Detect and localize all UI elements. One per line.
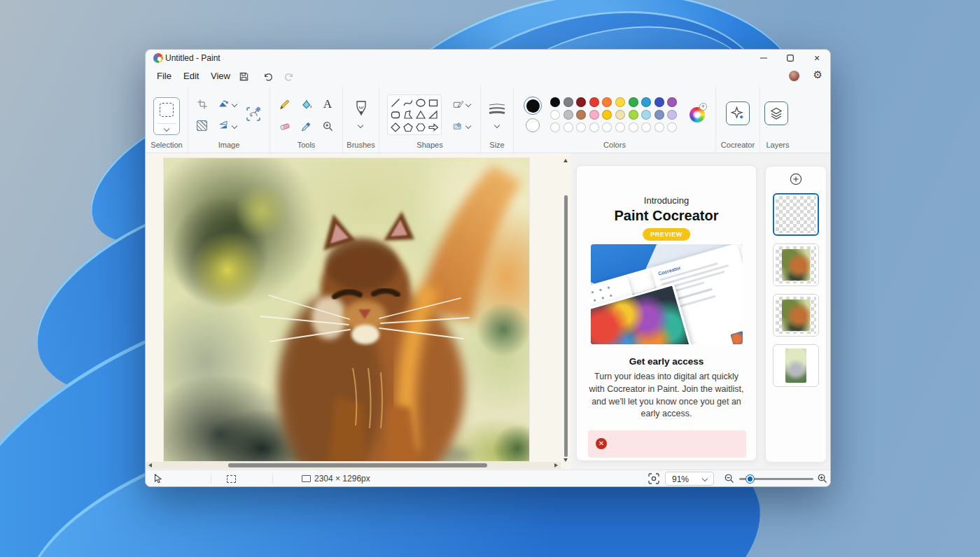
brushes-button[interactable] (354, 100, 368, 118)
color-swatch[interactable] (602, 110, 612, 120)
color-swatch[interactable] (629, 97, 638, 107)
shape-arrow[interactable] (428, 122, 439, 133)
color-swatch[interactable] (667, 110, 677, 120)
menu-edit[interactable]: Edit (177, 69, 205, 84)
layer-thumbnail[interactable] (773, 244, 819, 286)
color-picker-button[interactable] (300, 120, 312, 132)
shape-polygon[interactable] (402, 109, 414, 120)
maximize-button[interactable] (777, 50, 804, 66)
layer-thumbnail[interactable] (773, 193, 819, 236)
chevron-down-icon[interactable] (358, 122, 363, 128)
account-avatar[interactable] (789, 71, 799, 81)
titlebar[interactable]: Untitled - Paint × (146, 50, 830, 66)
vertical-scrollbar[interactable] (561, 156, 570, 464)
shape-rounded-rectangle[interactable] (390, 109, 401, 120)
color-swatch-empty[interactable] (550, 122, 560, 132)
layer-thumbnail[interactable] (773, 294, 819, 337)
color-swatch-empty[interactable] (615, 122, 625, 132)
horizontal-scroll-thumb[interactable] (228, 463, 487, 467)
close-button[interactable]: × (804, 50, 830, 66)
color-swatch-empty[interactable] (589, 122, 599, 132)
color-swatch[interactable] (602, 97, 612, 107)
vertical-scroll-thumb[interactable] (564, 195, 568, 457)
foreground-color-swatch[interactable] (524, 97, 542, 115)
horizontal-scrollbar[interactable] (146, 462, 561, 469)
color-swatch[interactable] (576, 97, 586, 107)
undo-button[interactable] (260, 69, 276, 84)
menu-file[interactable]: File (150, 69, 178, 84)
color-swatch[interactable] (589, 97, 599, 107)
shape-diamond[interactable] (390, 122, 401, 133)
color-swatch-empty[interactable] (576, 122, 586, 132)
color-swatch[interactable] (641, 97, 651, 107)
redo-button[interactable] (281, 69, 298, 84)
resize-image-button[interactable] (246, 106, 261, 122)
shape-rectangle[interactable] (428, 97, 439, 108)
shape-hexagon[interactable] (415, 122, 426, 133)
shape-right-triangle[interactable] (428, 109, 439, 120)
scroll-right-icon[interactable] (554, 463, 558, 467)
color-swatch[interactable] (576, 110, 586, 120)
add-layer-button[interactable] (788, 171, 804, 187)
color-swatch[interactable] (654, 110, 664, 120)
color-swatch[interactable] (550, 110, 560, 120)
color-swatch[interactable] (615, 110, 625, 120)
color-swatch[interactable] (564, 97, 573, 107)
layers-button[interactable] (764, 101, 788, 125)
color-swatch-empty[interactable] (654, 122, 664, 132)
chevron-down-icon[interactable] (232, 101, 237, 107)
layer-thumbnail[interactable] (773, 344, 819, 387)
shape-fill-button[interactable] (452, 120, 464, 132)
chevron-down-icon[interactable] (232, 123, 237, 129)
zoom-out-button[interactable] (724, 473, 734, 484)
shape-outline-button[interactable] (452, 99, 464, 110)
chevron-down-icon[interactable] (465, 101, 471, 107)
settings-gear-icon[interactable]: ⚙ (813, 69, 822, 81)
canvas[interactable] (164, 158, 529, 461)
zoom-slider[interactable] (739, 478, 813, 480)
color-swatch[interactable] (564, 110, 573, 120)
remove-background-button[interactable] (197, 120, 207, 131)
color-swatch[interactable] (615, 97, 625, 107)
color-swatch[interactable] (667, 97, 677, 107)
color-swatch-empty[interactable] (564, 122, 573, 132)
shape-line[interactable] (390, 97, 401, 108)
background-color-swatch[interactable] (526, 118, 540, 132)
color-swatch[interactable] (550, 97, 560, 107)
flip-button[interactable] (218, 120, 230, 132)
shape-curve[interactable] (402, 97, 414, 108)
size-button[interactable] (489, 103, 505, 115)
color-swatch-empty[interactable] (629, 122, 638, 132)
zoom-in-button[interactable] (817, 473, 827, 484)
crop-button[interactable] (197, 99, 208, 110)
text-tool-button[interactable]: A (322, 97, 333, 111)
fill-button[interactable] (300, 99, 313, 111)
color-swatch-empty[interactable] (602, 122, 612, 132)
color-swatch[interactable] (629, 110, 638, 120)
shape-pentagon[interactable] (402, 122, 414, 133)
fit-to-screen-button[interactable] (648, 473, 659, 484)
scroll-left-icon[interactable] (148, 463, 152, 467)
zoom-dropdown[interactable]: 91% (665, 472, 714, 486)
cocreator-button[interactable] (726, 101, 750, 125)
color-swatch[interactable] (641, 110, 651, 120)
color-swatch[interactable] (654, 97, 664, 107)
color-swatch-empty[interactable] (667, 122, 677, 132)
selection-button[interactable] (153, 97, 180, 135)
chevron-down-icon[interactable] (164, 126, 169, 132)
magnifier-button[interactable] (322, 120, 334, 132)
scroll-down-icon[interactable] (564, 458, 568, 462)
chevron-down-icon[interactable] (494, 122, 500, 128)
rotate-button[interactable] (218, 99, 230, 110)
shape-triangle[interactable] (415, 109, 426, 120)
minimize-button[interactable] (750, 50, 777, 66)
menu-view[interactable]: View (204, 69, 237, 84)
pencil-button[interactable] (279, 99, 290, 111)
chevron-down-icon[interactable] (465, 123, 471, 129)
shape-oval[interactable] (415, 97, 426, 108)
color-swatch-empty[interactable] (641, 122, 651, 132)
zoom-slider-thumb[interactable] (746, 475, 754, 483)
save-button[interactable] (235, 69, 252, 84)
eraser-button[interactable] (279, 120, 291, 132)
scroll-up-icon[interactable] (564, 159, 568, 162)
